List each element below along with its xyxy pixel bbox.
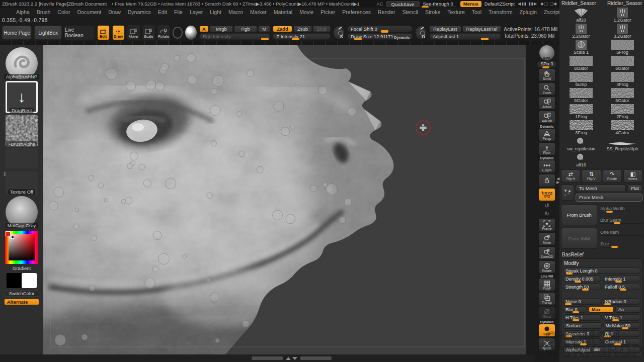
stroke-dial-s[interactable]: S — [333, 26, 345, 40]
alternate-button[interactable]: Alternate — [4, 299, 39, 305]
alpha-item[interactable]: bump — [561, 71, 601, 87]
midvalue-graph-button[interactable]: ▼▲⌄⌃ — [561, 185, 574, 201]
strength-50-slider[interactable]: Strength 50 — [563, 284, 601, 290]
to-mesh-button[interactable]: To Mesh — [576, 185, 626, 192]
menu-item-macro[interactable]: Macro — [225, 9, 246, 16]
shelf-item-frame[interactable]: Frame — [538, 218, 555, 231]
default-zscript-button[interactable]: DefaultZScript — [485, 1, 515, 7]
live-boolean-button[interactable]: Live Boolean — [64, 26, 94, 40]
menu-item-dynamics[interactable]: Dynamics — [125, 9, 154, 16]
size-slider[interactable]: Size — [599, 241, 642, 247]
alpha-item[interactable]: alf16 — [561, 151, 601, 167]
menu-item-document[interactable]: Document — [74, 9, 104, 16]
primary-color-swatch[interactable] — [7, 273, 22, 288]
shelf-item-move[interactable]: Move — [538, 232, 555, 245]
menu-item-edit[interactable]: Edit — [155, 9, 170, 16]
zcut-button[interactable]: Zcut — [313, 26, 330, 32]
shelf-item-actual[interactable]: Actual — [538, 97, 555, 110]
color-picker[interactable] — [5, 231, 38, 264]
intensity-1-slider[interactable]: Intensity 1 — [603, 276, 641, 282]
rotate-alpha-button[interactable]: ↷Rotate — [603, 169, 622, 183]
intensity-0-slider[interactable]: Intensity 0 — [563, 338, 601, 345]
zplugin-stamp-icons[interactable]: ◆❑ ❑◆ — [540, 2, 557, 6]
rgb-button[interactable]: Rgb — [234, 26, 257, 32]
flip-v-button[interactable]: ⇅Flip V — [582, 169, 601, 183]
streak-length-0-slider[interactable]: Streak Length 0 — [563, 267, 640, 274]
surface-button[interactable]: Surface — [563, 322, 602, 329]
lightbox-button[interactable]: LightBox — [34, 26, 62, 40]
alpha-item[interactable]: Scale 1 — [561, 39, 601, 55]
focal-shift-slider[interactable]: Focal Shift 0 — [347, 26, 413, 32]
alpha-item[interactable]: 1.2Gator — [602, 7, 642, 23]
draw-size-slider[interactable]: Draw Size 12.91171Dynamic — [347, 33, 413, 40]
h-tiles-1-slider[interactable]: H Tiles 1 — [563, 314, 601, 321]
stroke-preview-icon[interactable] — [173, 27, 183, 39]
tray-divider-icons[interactable]: ◀▮▮ ▮▮▶ — [518, 2, 537, 6]
flat-button[interactable]: Flat — [627, 185, 642, 192]
menu-item-tool[interactable]: Tool — [469, 9, 485, 16]
quicksave-button[interactable]: QuickSave — [386, 1, 420, 7]
scroll-up-icon[interactable] — [286, 357, 291, 360]
from-brush-button[interactable]: From Brush — [561, 204, 597, 225]
menu-item-stroke[interactable]: Stroke — [422, 9, 443, 16]
empty-slot[interactable] — [6, 148, 38, 168]
menu-item-brush[interactable]: Brush — [34, 9, 53, 16]
from-mesh-button[interactable]: From Mesh — [576, 194, 642, 202]
menu-item-color[interactable]: Color — [54, 9, 73, 16]
alpha-item[interactable]: 5Gator — [561, 87, 601, 103]
shelf-item-aahalf[interactable]: AAHalf — [538, 111, 555, 124]
alpha-item[interactable]: 3.2Gator — [602, 23, 642, 39]
seamless-0-slider[interactable]: Seamless 0 — [563, 330, 601, 337]
scroll-down-icon[interactable] — [292, 357, 297, 360]
shelf-item-zoom[interactable]: Zoom — [538, 82, 555, 96]
bpr-render-button[interactable]: BPR — [539, 45, 554, 60]
scroll-bar-right[interactable] — [300, 356, 332, 360]
color-cursor[interactable] — [11, 236, 14, 239]
v-tiles-1-slider[interactable]: V Tiles 1 — [603, 314, 641, 321]
menu-item-stencil[interactable]: Stencil — [399, 9, 421, 16]
replay-last-rel-button[interactable]: ReplayLastRel — [462, 26, 502, 32]
shelf-item-xpose[interactable]: Xpose — [538, 338, 555, 351]
shelf-item-xyz[interactable]: ↻XYZXYZ — [538, 188, 555, 201]
menu-item-alpha[interactable]: Alpha — [13, 9, 33, 16]
blur-seam-slider[interactable]: Blur Seam — [599, 218, 642, 224]
alpha-item[interactable]: 5Gator — [602, 87, 642, 103]
one-item-slider[interactable]: One Item — [599, 230, 642, 236]
menu-item-material[interactable]: Material — [271, 9, 295, 16]
shelf-item-rotate[interactable]: Rotate — [538, 260, 555, 274]
nradius-0-slider[interactable]: NRadius 0 — [603, 298, 641, 305]
scroll-bar-left[interactable] — [252, 356, 283, 360]
alpha-item[interactable]: sw_reptileskin — [561, 135, 601, 151]
contrast-1-slider[interactable]: Contrast 1 — [603, 338, 641, 345]
inverse-alpha-button[interactable]: ◧Invers — [623, 169, 642, 183]
shelf-item-bpr[interactable]: BPR — [539, 45, 554, 60]
midvalue-50-slider[interactable]: MidValue 50 — [603, 322, 641, 329]
menu-item-light[interactable]: Light — [207, 9, 224, 16]
alpha-item[interactable]: 4Frog — [602, 71, 642, 87]
alpha-item[interactable]: 4Gator — [602, 119, 642, 135]
flip-h-button[interactable]: ⇄Flip H — [561, 169, 580, 183]
rotate-button[interactable]: R Rotate — [157, 25, 170, 40]
move-button[interactable]: M Move — [127, 25, 140, 40]
alpha-item[interactable]: SS_ReptileAlph — [602, 135, 642, 151]
shelf-item-spix-3[interactable]: SPix 3 — [537, 61, 556, 67]
stroke-dial-d[interactable]: D — [415, 26, 427, 40]
m-button[interactable]: M — [258, 26, 270, 32]
home-page-button[interactable]: Home Page — [2, 26, 32, 40]
shelf-item-rot1[interactable]: ↺ — [538, 202, 555, 209]
switch-color-button[interactable]: SwitchColor — [4, 290, 39, 297]
left-tray-divider-handle[interactable]: ▲▼ — [3, 171, 7, 177]
rgb-intensity-slider[interactable]: Rgb Intensity — [199, 33, 270, 40]
canvas-scroll-control[interactable] — [252, 356, 332, 360]
scale-button[interactable]: S Scale — [142, 25, 155, 40]
alpha-item[interactable]: 2Frog — [602, 103, 642, 119]
scroll-arrows[interactable] — [286, 357, 297, 360]
shelf-item-ghost[interactable]: Ghost — [538, 306, 555, 319]
alpha-width-slider[interactable]: Alpha Width — [599, 206, 642, 212]
shelf-item-l-sym[interactable]: DynamicL.Sym — [538, 156, 555, 173]
menu-item-render[interactable]: Render — [375, 9, 398, 16]
aa-button[interactable]: Aa — [615, 306, 640, 313]
mrgb-button[interactable]: Mrgb — [210, 26, 233, 32]
z-intensity-slider[interactable]: Z Intensity 21 — [273, 33, 330, 40]
zsub-button[interactable]: Zsub — [293, 26, 312, 32]
